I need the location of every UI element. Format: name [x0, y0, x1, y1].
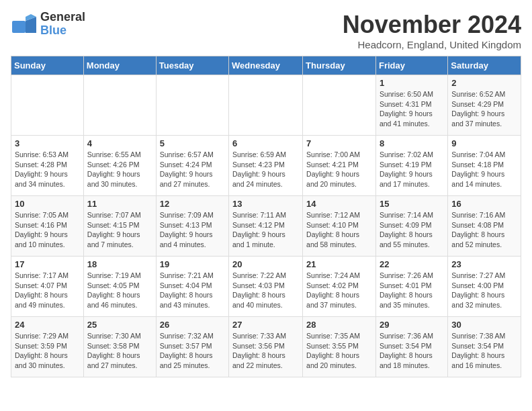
day-number: 11: [87, 199, 152, 209]
day-info: Sunrise: 7:21 AM Sunset: 4:04 PM Dayligh…: [160, 271, 225, 310]
day-info: Sunrise: 7:05 AM Sunset: 4:16 PM Dayligh…: [15, 210, 80, 250]
calendar-cell: 23Sunrise: 7:27 AM Sunset: 4:00 PM Dayli…: [448, 257, 521, 317]
day-info: Sunrise: 7:29 AM Sunset: 3:59 PM Dayligh…: [15, 331, 80, 371]
day-number: 23: [451, 259, 517, 269]
day-number: 20: [232, 259, 299, 269]
calendar-cell: 25Sunrise: 7:30 AM Sunset: 3:58 PM Dayli…: [83, 317, 156, 377]
calendar-week-3: 10Sunrise: 7:05 AM Sunset: 4:16 PM Dayli…: [11, 196, 521, 257]
calendar-cell: 7Sunrise: 7:00 AM Sunset: 4:21 PM Daylig…: [303, 136, 376, 196]
logo-general: General: [40, 11, 85, 24]
day-info: Sunrise: 7:00 AM Sunset: 4:21 PM Dayligh…: [306, 150, 372, 189]
day-number: 18: [87, 259, 152, 269]
calendar-week-2: 3Sunrise: 6:53 AM Sunset: 4:28 PM Daylig…: [11, 136, 521, 196]
day-info: Sunrise: 7:07 AM Sunset: 4:15 PM Dayligh…: [87, 210, 152, 250]
svg-rect-0: [12, 21, 26, 33]
weekday-header-sunday: Sunday: [11, 56, 84, 75]
calendar-cell: 24Sunrise: 7:29 AM Sunset: 3:59 PM Dayli…: [11, 317, 84, 377]
calendar-cell: 5Sunrise: 6:57 AM Sunset: 4:24 PM Daylig…: [156, 136, 228, 196]
day-number: 12: [160, 199, 225, 209]
calendar-cell: 2Sunrise: 6:52 AM Sunset: 4:29 PM Daylig…: [448, 75, 521, 136]
day-number: 2: [451, 78, 517, 88]
day-number: 13: [232, 199, 299, 209]
day-info: Sunrise: 7:02 AM Sunset: 4:19 PM Dayligh…: [380, 150, 444, 189]
day-number: 24: [15, 320, 80, 330]
day-info: Sunrise: 7:04 AM Sunset: 4:18 PM Dayligh…: [451, 150, 517, 189]
calendar-cell: 6Sunrise: 6:59 AM Sunset: 4:23 PM Daylig…: [229, 136, 303, 196]
weekday-header-wednesday: Wednesday: [229, 56, 303, 75]
day-number: 30: [451, 320, 517, 330]
calendar-header-row: SundayMondayTuesdayWednesdayThursdayFrid…: [11, 56, 521, 75]
day-number: 14: [306, 199, 372, 209]
day-number: 3: [15, 138, 80, 148]
day-info: Sunrise: 7:09 AM Sunset: 4:13 PM Dayligh…: [160, 210, 225, 250]
calendar-cell: 13Sunrise: 7:11 AM Sunset: 4:12 PM Dayli…: [229, 196, 303, 257]
calendar-cell: 15Sunrise: 7:14 AM Sunset: 4:09 PM Dayli…: [375, 196, 447, 257]
calendar-cell: 18Sunrise: 7:19 AM Sunset: 4:05 PM Dayli…: [83, 257, 156, 317]
calendar-cell: 21Sunrise: 7:24 AM Sunset: 4:02 PM Dayli…: [303, 257, 376, 317]
day-number: 25: [87, 320, 152, 330]
day-number: 6: [232, 138, 299, 148]
day-number: 9: [451, 138, 517, 148]
day-info: Sunrise: 7:19 AM Sunset: 4:05 PM Dayligh…: [87, 271, 152, 310]
day-info: Sunrise: 6:59 AM Sunset: 4:23 PM Dayligh…: [232, 150, 299, 189]
day-info: Sunrise: 7:38 AM Sunset: 3:54 PM Dayligh…: [451, 331, 517, 371]
day-info: Sunrise: 7:26 AM Sunset: 4:01 PM Dayligh…: [380, 271, 444, 310]
calendar-cell: 19Sunrise: 7:21 AM Sunset: 4:04 PM Dayli…: [156, 257, 228, 317]
day-info: Sunrise: 7:30 AM Sunset: 3:58 PM Dayligh…: [87, 331, 152, 371]
weekday-header-friday: Friday: [375, 56, 447, 75]
calendar-cell: 11Sunrise: 7:07 AM Sunset: 4:15 PM Dayli…: [83, 196, 156, 257]
title-area: November 2024 Headcorn, England, United …: [343, 11, 521, 50]
day-info: Sunrise: 6:55 AM Sunset: 4:26 PM Dayligh…: [87, 150, 152, 189]
calendar-cell: 12Sunrise: 7:09 AM Sunset: 4:13 PM Dayli…: [156, 196, 228, 257]
calendar-cell: 30Sunrise: 7:38 AM Sunset: 3:54 PM Dayli…: [448, 317, 521, 377]
calendar-cell: 22Sunrise: 7:26 AM Sunset: 4:01 PM Dayli…: [375, 257, 447, 317]
day-number: 29: [380, 320, 444, 330]
weekday-header-monday: Monday: [83, 56, 156, 75]
day-info: Sunrise: 6:50 AM Sunset: 4:31 PM Dayligh…: [380, 89, 444, 129]
day-number: 8: [380, 138, 444, 148]
day-number: 5: [160, 138, 225, 148]
calendar-week-1: 1Sunrise: 6:50 AM Sunset: 4:31 PM Daylig…: [11, 75, 521, 136]
day-number: 28: [306, 320, 372, 330]
calendar-cell: 17Sunrise: 7:17 AM Sunset: 4:07 PM Dayli…: [11, 257, 84, 317]
day-info: Sunrise: 6:52 AM Sunset: 4:29 PM Dayligh…: [451, 89, 517, 129]
day-info: Sunrise: 7:27 AM Sunset: 4:00 PM Dayligh…: [451, 271, 517, 310]
day-info: Sunrise: 7:11 AM Sunset: 4:12 PM Dayligh…: [232, 210, 299, 250]
day-number: 10: [15, 199, 80, 209]
calendar-cell: [229, 75, 303, 136]
day-info: Sunrise: 7:36 AM Sunset: 3:54 PM Dayligh…: [380, 331, 444, 371]
calendar-cell: 4Sunrise: 6:55 AM Sunset: 4:26 PM Daylig…: [83, 136, 156, 196]
day-number: 26: [160, 320, 225, 330]
day-info: Sunrise: 7:33 AM Sunset: 3:56 PM Dayligh…: [232, 331, 299, 371]
weekday-header-saturday: Saturday: [448, 56, 521, 75]
calendar-cell: 29Sunrise: 7:36 AM Sunset: 3:54 PM Dayli…: [375, 317, 447, 377]
day-number: 15: [380, 199, 444, 209]
day-info: Sunrise: 7:14 AM Sunset: 4:09 PM Dayligh…: [380, 210, 444, 250]
day-number: 21: [306, 259, 372, 269]
calendar-week-5: 24Sunrise: 7:29 AM Sunset: 3:59 PM Dayli…: [11, 317, 521, 377]
calendar-week-4: 17Sunrise: 7:17 AM Sunset: 4:07 PM Dayli…: [11, 257, 521, 317]
calendar-cell: 16Sunrise: 7:16 AM Sunset: 4:08 PM Dayli…: [448, 196, 521, 257]
day-number: 19: [160, 259, 225, 269]
day-number: 4: [87, 138, 152, 148]
calendar-cell: 26Sunrise: 7:32 AM Sunset: 3:57 PM Dayli…: [156, 317, 228, 377]
day-info: Sunrise: 6:53 AM Sunset: 4:28 PM Dayligh…: [15, 150, 80, 189]
day-number: 22: [380, 259, 444, 269]
logo: General Blue: [11, 11, 85, 38]
day-number: 17: [15, 259, 80, 269]
day-info: Sunrise: 7:12 AM Sunset: 4:10 PM Dayligh…: [306, 210, 372, 250]
day-info: Sunrise: 7:35 AM Sunset: 3:55 PM Dayligh…: [306, 331, 372, 371]
day-info: Sunrise: 7:17 AM Sunset: 4:07 PM Dayligh…: [15, 271, 80, 310]
month-title: November 2024: [343, 11, 521, 39]
calendar-cell: 20Sunrise: 7:22 AM Sunset: 4:03 PM Dayli…: [229, 257, 303, 317]
day-number: 1: [380, 78, 444, 88]
calendar-cell: 9Sunrise: 7:04 AM Sunset: 4:18 PM Daylig…: [448, 136, 521, 196]
calendar-cell: [303, 75, 376, 136]
calendar-cell: [156, 75, 228, 136]
weekday-header-thursday: Thursday: [303, 56, 376, 75]
day-number: 7: [306, 138, 372, 148]
page-header: General Blue November 2024 Headcorn, Eng…: [11, 11, 521, 50]
logo-icon: [11, 14, 38, 34]
day-info: Sunrise: 6:57 AM Sunset: 4:24 PM Dayligh…: [160, 150, 225, 189]
day-info: Sunrise: 7:32 AM Sunset: 3:57 PM Dayligh…: [160, 331, 225, 371]
